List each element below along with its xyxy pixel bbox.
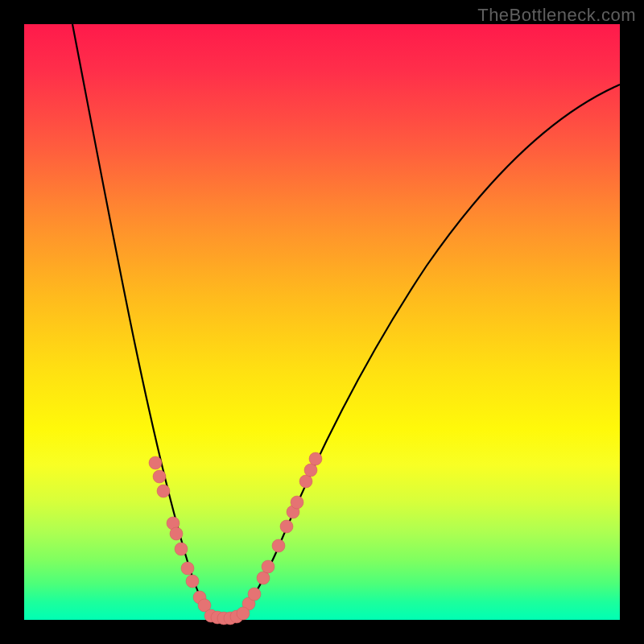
chart-frame: TheBottleneck.com — [0, 0, 644, 644]
data-dot — [272, 539, 285, 552]
data-dot — [181, 562, 194, 575]
curve-left — [72, 24, 221, 618]
curve-right — [233, 85, 620, 618]
data-dot — [299, 475, 312, 488]
data-dot — [304, 464, 317, 477]
dots-left-group — [149, 456, 211, 612]
data-dot — [291, 496, 303, 509]
data-dot — [149, 456, 162, 469]
data-dot — [186, 575, 199, 588]
curve-group — [72, 24, 620, 618]
data-dot — [262, 560, 275, 573]
data-dot — [170, 527, 183, 540]
plot-area — [24, 24, 620, 620]
data-dot — [153, 470, 166, 483]
data-dot — [309, 452, 322, 465]
curve-svg — [24, 24, 620, 620]
data-dot — [237, 607, 250, 620]
data-dot — [248, 588, 261, 601]
data-dot — [257, 572, 270, 584]
watermark-text: TheBottleneck.com — [477, 5, 636, 26]
data-dot — [280, 520, 293, 533]
dots-bottom-group — [204, 607, 250, 625]
data-dot — [157, 485, 170, 497]
data-dot — [175, 543, 188, 555]
dots-right-group — [242, 452, 322, 610]
